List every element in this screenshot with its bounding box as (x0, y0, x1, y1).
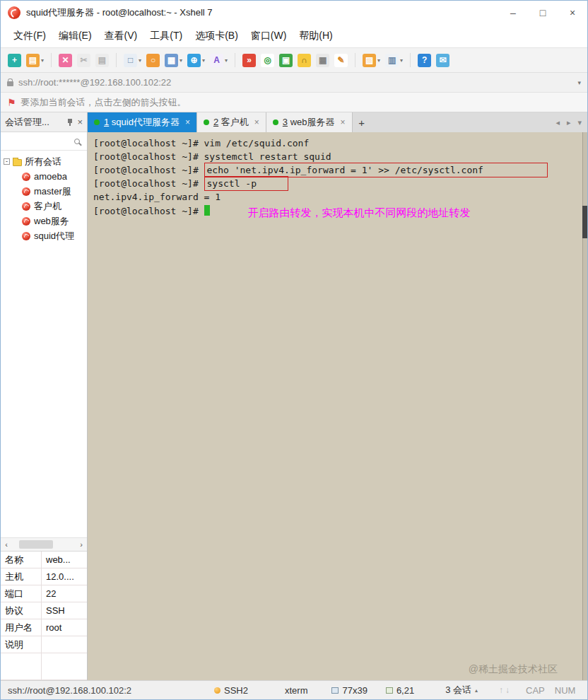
feedback-icon: ✉ (436, 54, 449, 67)
scroll-arrows-icon[interactable]: ↑↓ (499, 685, 512, 695)
quick-command-icon: » (242, 54, 256, 67)
new-session-button[interactable]: + (8, 54, 21, 67)
terminal[interactable]: [root@localhost ~]# vim /etc/squid.conf[… (88, 132, 587, 680)
cursor-position-icon (386, 687, 393, 694)
lock-button[interactable]: ∩ (298, 54, 311, 67)
vscroll-thumb[interactable] (582, 206, 587, 238)
cut-icon: ✂ (77, 54, 90, 67)
paste-button[interactable]: ▤ (95, 54, 109, 67)
keyboard-icon: ▦ (316, 54, 329, 67)
menu-item[interactable]: 工具(T) (150, 30, 182, 42)
session-tree-item[interactable]: 客户机 (4, 199, 87, 214)
record-button[interactable]: ◎ (261, 54, 274, 67)
maximize-button[interactable]: □ (528, 1, 558, 24)
property-label: 协议 (1, 602, 42, 619)
toolbar-separator (410, 53, 411, 67)
session-manager-title: 会话管理... (5, 116, 63, 129)
ssh-address[interactable]: ssh://root:******@192.168.100.102:22 (18, 77, 572, 88)
keyboard-button[interactable]: ▦ (316, 54, 329, 67)
tree-expander-icon[interactable]: - (4, 158, 10, 165)
session-properties-button[interactable]: ▦▾ (165, 54, 182, 67)
terminal-line: [root@localhost ~]# echo 'net.ipv4.ip_fo… (93, 163, 582, 177)
session-search-input[interactable] (6, 136, 74, 146)
tab-next-icon[interactable]: ▸ (567, 118, 571, 127)
address-dropdown-icon[interactable]: ▾ (577, 79, 581, 86)
pin-icon[interactable] (66, 118, 74, 127)
panel-close-icon[interactable]: × (77, 117, 83, 127)
cut-button[interactable]: ✂ (77, 54, 90, 67)
menu-item[interactable]: 文件(F) (13, 30, 46, 42)
minimize-button[interactable]: – (498, 1, 528, 24)
terminal-line: [root@localhost ~]# 开启路由转发，实现本机中不同网段的地址转… (93, 204, 582, 218)
connected-dot-icon (204, 119, 209, 125)
session-tab[interactable]: 3 web服务器× (266, 112, 353, 132)
disconnect-button[interactable]: ✕ (59, 54, 72, 67)
toolbar-separator (235, 53, 235, 67)
tab-bar: 1 squid代理服务器×2 客户机×3 web服务器× + ◂ ▸ ▾ (88, 112, 587, 132)
session-tree-item[interactable]: amoeba (4, 169, 87, 184)
hscroll-thumb[interactable] (19, 540, 53, 549)
web-browser-button[interactable]: ⊕▾ (187, 54, 205, 67)
fullscreen-button[interactable]: ▣ (279, 54, 293, 67)
session-list-icon[interactable]: ▴ (475, 687, 478, 694)
help-button[interactable]: ? (418, 54, 431, 67)
font-button[interactable]: A▾ (210, 54, 228, 67)
watermark: @稀土掘金技术社区 (469, 663, 558, 676)
toolbar: +▤▾✕✂▤□▾○▦▾⊕▾A▾»◎▣∩▦✎▨▾▥▾?✉ (1, 47, 587, 73)
tab-close-icon[interactable]: × (185, 117, 190, 127)
new-window-button[interactable]: □▾ (124, 54, 141, 67)
menu-item[interactable]: 查看(V) (105, 30, 138, 42)
scroll-right-icon[interactable]: › (76, 540, 87, 549)
dropdown-caret-icon: ▾ (139, 57, 141, 64)
dropdown-caret-icon: ▾ (225, 57, 228, 64)
close-button[interactable]: × (558, 1, 587, 24)
property-value: web... (42, 554, 87, 565)
session-tree-item[interactable]: master服 (4, 184, 87, 199)
session-tree-root[interactable]: - 所有会话 (4, 154, 87, 169)
tab-prev-icon[interactable]: ◂ (555, 118, 560, 127)
session-manager-panel: 会话管理... × - 所有会话 amoebamaster服客户机web服务sq… (1, 112, 88, 680)
window-title: squid代理服务器 - root@localhost:~ - Xshell 7 (26, 6, 498, 19)
status-protocol: SSH2 (214, 685, 248, 696)
open-folder-button[interactable]: ▤▾ (26, 54, 44, 67)
highlighter-icon: ✎ (334, 54, 348, 67)
lock-icon (7, 81, 13, 86)
session-tree-item[interactable]: squid代理 (4, 228, 87, 243)
property-row: 端口22 (1, 585, 87, 602)
highlighter-button[interactable]: ✎ (334, 54, 348, 67)
menu-item[interactable]: 选项卡(B) (195, 30, 238, 42)
status-cursor-position: 6,21 (386, 685, 414, 696)
feedback-button[interactable]: ✉ (436, 54, 449, 67)
quick-command-button[interactable]: » (242, 54, 256, 67)
session-icon (22, 187, 30, 196)
menu-item[interactable]: 窗口(W) (251, 30, 287, 42)
info-text: 要添加当前会话，点击左侧的箭头按钮。 (21, 96, 187, 109)
menu-item[interactable]: 编辑(E) (59, 30, 92, 42)
tab-menu-icon[interactable]: ▾ (577, 118, 582, 127)
flag-icon: ⚑ (7, 97, 16, 108)
new-tab-button[interactable]: + (353, 112, 371, 132)
tab-label: 1 squid代理服务器 (104, 116, 180, 129)
new-folder-button[interactable]: ▨▾ (363, 54, 380, 67)
terminal-vscrollbar[interactable] (582, 132, 587, 680)
menu-item[interactable]: 帮助(H) (299, 30, 332, 42)
tab-close-icon[interactable]: × (254, 117, 259, 127)
help-icon: ? (418, 54, 431, 67)
session-tree-item[interactable]: web服务 (4, 214, 87, 228)
disconnect-icon: ✕ (59, 54, 72, 67)
hscroll-track[interactable] (12, 540, 76, 549)
find-button[interactable]: ○ (146, 54, 160, 67)
session-tab[interactable]: 2 客户机× (197, 112, 266, 132)
tab-close-icon[interactable]: × (341, 117, 346, 127)
screen-size-icon (331, 687, 339, 694)
layout-button[interactable]: ▥▾ (385, 54, 403, 67)
new-session-icon: + (8, 54, 21, 67)
sidebar-hscrollbar[interactable]: ‹ › (1, 537, 87, 552)
tab-label: 3 web服务器 (283, 116, 335, 129)
scroll-left-icon[interactable]: ‹ (1, 540, 12, 549)
info-bar: ⚑ 要添加当前会话，点击左侧的箭头按钮。 (1, 93, 587, 112)
session-search-row (1, 132, 87, 151)
session-count[interactable]: 3 会话 ▴ (445, 684, 478, 696)
session-tab[interactable]: 1 squid代理服务器× (88, 112, 197, 132)
address-bar[interactable]: ssh://root:******@192.168.100.102:22 ▾ (1, 73, 587, 93)
